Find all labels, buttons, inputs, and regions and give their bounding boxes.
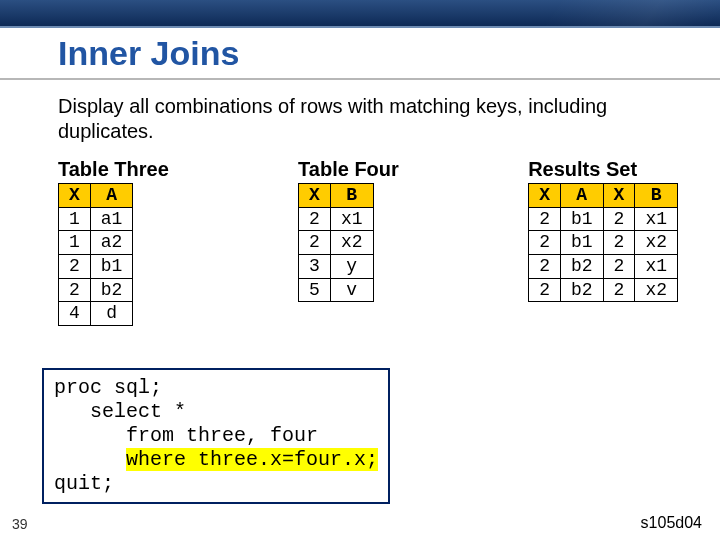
cell: 2: [529, 255, 561, 279]
cell: 2: [603, 207, 635, 231]
cell: 2: [59, 278, 91, 302]
cell: 2: [299, 231, 331, 255]
code-line: from three, four: [54, 424, 318, 447]
code-line: quit;: [54, 472, 114, 495]
table-row: X B: [299, 184, 373, 208]
table-row: 5v: [299, 278, 373, 302]
col-header: B: [330, 184, 373, 208]
table-row: 4d: [59, 302, 133, 326]
cell: 2: [529, 278, 561, 302]
code-line: select *: [54, 400, 186, 423]
cell: 2: [603, 231, 635, 255]
cell: 2: [603, 255, 635, 279]
cell: a2: [90, 231, 133, 255]
cell: 4: [59, 302, 91, 326]
cell: v: [330, 278, 373, 302]
title-underline: [0, 78, 720, 80]
table-four-caption: Table Four: [298, 158, 399, 181]
code-line: proc sql;: [54, 376, 162, 399]
table-row: 2b2: [59, 278, 133, 302]
table-three-caption: Table Three: [58, 158, 169, 181]
header-ribbon: [0, 0, 720, 28]
slide-number: 39: [12, 516, 28, 532]
table-row: X A X B: [529, 184, 678, 208]
col-header: X: [59, 184, 91, 208]
cell: y: [330, 255, 373, 279]
col-header: A: [90, 184, 133, 208]
table-row: 2x1: [299, 207, 373, 231]
cell: b2: [90, 278, 133, 302]
cell: b1: [560, 231, 603, 255]
cell: 1: [59, 231, 91, 255]
results-set-caption: Results Set: [528, 158, 678, 181]
sql-code-block: proc sql; select * from three, four wher…: [42, 368, 390, 504]
cell: 2: [529, 231, 561, 255]
cell: x1: [635, 207, 678, 231]
cell: b2: [560, 278, 603, 302]
cell: x2: [635, 231, 678, 255]
table-row: 2b12x1: [529, 207, 678, 231]
cell: a1: [90, 207, 133, 231]
cell: b2: [560, 255, 603, 279]
cell: 2: [529, 207, 561, 231]
table-three: X A 1a1 1a2 2b1 2b2 4d: [58, 183, 133, 326]
table-row: 2b12x2: [529, 231, 678, 255]
table-three-block: Table Three X A 1a1 1a2 2b1 2b2 4d: [58, 158, 169, 326]
col-header: X: [299, 184, 331, 208]
cell: 2: [299, 207, 331, 231]
cell: d: [90, 302, 133, 326]
table-row: 2b22x1: [529, 255, 678, 279]
code-indent: [54, 448, 126, 471]
col-header: X: [603, 184, 635, 208]
page-title: Inner Joins: [58, 34, 239, 73]
cell: 3: [299, 255, 331, 279]
table-row: 1a1: [59, 207, 133, 231]
description-text: Display all combinations of rows with ma…: [58, 94, 648, 144]
col-header: X: [529, 184, 561, 208]
cell: 2: [603, 278, 635, 302]
tables-container: Table Three X A 1a1 1a2 2b1 2b2 4d Table…: [58, 158, 678, 326]
table-row: X A: [59, 184, 133, 208]
table-row: 2b1: [59, 255, 133, 279]
cell: x1: [330, 207, 373, 231]
cell: 2: [59, 255, 91, 279]
col-header: A: [560, 184, 603, 208]
cell: 5: [299, 278, 331, 302]
table-row: 2x2: [299, 231, 373, 255]
table-row: 1a2: [59, 231, 133, 255]
table-row: 2b22x2: [529, 278, 678, 302]
results-set-block: Results Set X A X B 2b12x1 2b12x2 2b22x1…: [528, 158, 678, 302]
cell: b1: [90, 255, 133, 279]
code-highlight: where three.x=four.x;: [126, 448, 378, 471]
table-four-block: Table Four X B 2x1 2x2 3y 5v: [298, 158, 399, 302]
cell: 1: [59, 207, 91, 231]
table-row: 3y: [299, 255, 373, 279]
results-set-table: X A X B 2b12x1 2b12x2 2b22x1 2b22x2: [528, 183, 678, 302]
cell: x1: [635, 255, 678, 279]
col-header: B: [635, 184, 678, 208]
cell: x2: [635, 278, 678, 302]
slide-code: s105d04: [641, 514, 702, 532]
cell: x2: [330, 231, 373, 255]
table-four: X B 2x1 2x2 3y 5v: [298, 183, 373, 302]
cell: b1: [560, 207, 603, 231]
